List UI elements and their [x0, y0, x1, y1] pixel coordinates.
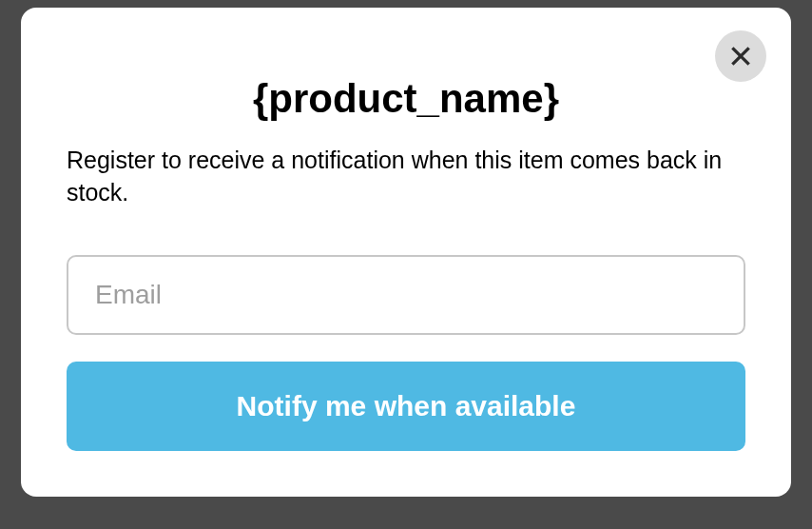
- close-button[interactable]: [715, 30, 766, 82]
- notify-button[interactable]: Notify me when available: [67, 362, 745, 451]
- close-icon: [728, 44, 753, 69]
- modal-description: Register to receive a notification when …: [67, 145, 745, 209]
- modal-title: {product_name}: [67, 76, 745, 122]
- back-in-stock-modal: {product_name} Register to receive a not…: [21, 8, 791, 497]
- email-input[interactable]: [67, 255, 745, 335]
